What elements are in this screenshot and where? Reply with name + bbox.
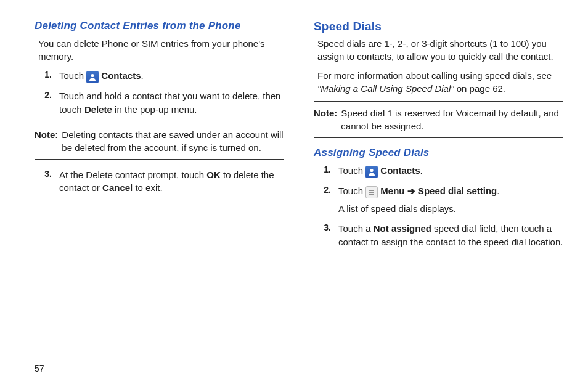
step-text: Touch a Not assigned speed dial field, t… bbox=[338, 222, 563, 249]
note-box: Note: Speed dial 1 is reserved for Voice… bbox=[314, 101, 563, 138]
step-number: 1. bbox=[317, 164, 331, 174]
list-item: 1. Touch Contacts. bbox=[38, 69, 284, 83]
step-number: 3. bbox=[317, 222, 331, 232]
note-label: Note: bbox=[314, 107, 337, 133]
text-fragment: in the pop-up menu. bbox=[112, 104, 197, 115]
heading-deleting-contacts: Deleting Contact Entries from the Phone bbox=[35, 20, 284, 32]
text-bold: OK bbox=[206, 169, 221, 180]
text-fragment: Touch bbox=[59, 70, 86, 81]
steps-list-2: 3. At the Delete contact prompt, touch O… bbox=[38, 168, 284, 195]
text-fragment: Touch bbox=[338, 165, 365, 176]
text-bold: Cancel bbox=[102, 182, 133, 193]
list-item: 2. Touch Menu ➔ Speed dial setting. A li… bbox=[317, 184, 563, 216]
note-line: Note: Deleting contacts that are saved u… bbox=[35, 128, 284, 154]
page-number: 57 bbox=[35, 364, 44, 374]
text-bold: Not assigned bbox=[374, 223, 431, 234]
svg-point-1 bbox=[370, 169, 374, 172]
note-box: Note: Deleting contacts that are saved u… bbox=[35, 123, 284, 160]
text-fragment: . bbox=[420, 165, 423, 176]
menu-icon bbox=[365, 186, 378, 198]
step-text: Touch and hold a contact that you want t… bbox=[59, 89, 284, 116]
note-label: Note: bbox=[35, 128, 58, 154]
text-bold: Contacts bbox=[378, 165, 420, 176]
text-fragment: to exit. bbox=[133, 182, 162, 193]
step-number: 2. bbox=[38, 89, 52, 100]
text-fragment: . bbox=[497, 186, 499, 196]
step-text: Touch Contacts. bbox=[59, 69, 284, 83]
list-item: 1. Touch Contacts. bbox=[317, 164, 563, 178]
paragraph: For more information about calling using… bbox=[317, 69, 563, 95]
step-text: Touch Contacts. bbox=[338, 164, 563, 178]
list-item: 3. At the Delete contact prompt, touch O… bbox=[38, 168, 284, 195]
step-number: 1. bbox=[38, 69, 52, 80]
step-text: Touch Menu ➔ Speed dial setting. A list … bbox=[338, 184, 563, 216]
step-text: At the Delete contact prompt, touch OK t… bbox=[59, 168, 284, 195]
text-fragment: on page 62. bbox=[454, 83, 505, 94]
text-bold: Delete bbox=[84, 104, 112, 115]
text-fragment: Touch a bbox=[338, 223, 374, 234]
list-item: 3. Touch a Not assigned speed dial field… bbox=[317, 222, 563, 249]
text-fragment: For more information about calling using… bbox=[317, 70, 552, 81]
note-text: Speed dial 1 is reserved for Voicemail b… bbox=[341, 107, 563, 133]
left-column: Deleting Contact Entries from the Phone … bbox=[35, 20, 284, 364]
text-bold: Contacts bbox=[99, 70, 141, 81]
step-subtext: A list of speed dials displays. bbox=[338, 202, 563, 216]
steps-list-3: 1. Touch Contacts. 2. Touch Menu ➔ Speed… bbox=[317, 164, 563, 248]
paragraph-intro: You can delete Phone or SIM entries from… bbox=[38, 37, 284, 63]
heading-assigning-speed-dials: Assigning Speed Dials bbox=[314, 147, 563, 159]
step-number: 2. bbox=[317, 184, 331, 195]
contacts-icon bbox=[86, 71, 99, 83]
text-fragment: . bbox=[141, 70, 144, 81]
steps-list-1: 1. Touch Contacts. 2. Touch and hold a c… bbox=[38, 69, 284, 116]
text-bold: Menu bbox=[378, 186, 407, 196]
list-item: 2. Touch and hold a contact that you wan… bbox=[38, 89, 284, 116]
text-fragment: Touch bbox=[338, 186, 365, 196]
text-italic-reference: "Making a Call Using Speed Dial" bbox=[317, 83, 454, 94]
text-fragment: At the Delete contact prompt, touch bbox=[59, 169, 206, 180]
svg-point-0 bbox=[91, 74, 94, 77]
paragraph: Speed dials are 1-, 2-, or 3-digit short… bbox=[317, 37, 563, 63]
arrow-icon: ➔ bbox=[407, 186, 415, 196]
contacts-icon bbox=[365, 166, 378, 178]
page-body: Deleting Contact Entries from the Phone … bbox=[0, 0, 588, 370]
step-number: 3. bbox=[38, 168, 52, 179]
note-text: Deleting contacts that are saved under a… bbox=[62, 128, 284, 154]
text-bold: Speed dial setting bbox=[415, 186, 497, 196]
right-column: Speed Dials Speed dials are 1-, 2-, or 3… bbox=[314, 20, 563, 364]
note-line: Note: Speed dial 1 is reserved for Voice… bbox=[314, 107, 563, 133]
heading-speed-dials: Speed Dials bbox=[314, 20, 563, 33]
